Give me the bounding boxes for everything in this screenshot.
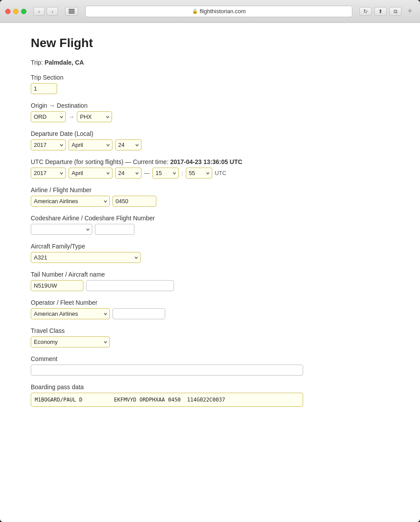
aircraft-family-label: Aircraft Family/Type	[31, 243, 389, 250]
utc-text: UTC	[215, 170, 227, 176]
trip-field: Trip: Palmdale, CA	[31, 59, 389, 66]
departure-day-select[interactable]: 1234 5678 9101112 13141516 17181920 2122…	[115, 139, 141, 150]
operator-row: American Airlines Delta Air Lines United…	[31, 308, 389, 319]
lock-icon: 🔒	[192, 8, 198, 14]
airline-flight-row: American Airlines Delta Air Lines United…	[31, 196, 389, 207]
nav-buttons: ‹ ›	[33, 7, 58, 16]
aircraft-name-input[interactable]	[86, 280, 174, 291]
destination-select[interactable]: PHX ORD LAX JFK	[77, 111, 112, 122]
aircraft-family-select[interactable]: A321 A320 B737 B777 B787	[31, 252, 141, 263]
utc-departure-row: 2015 2016 2017 2018 January February Mar…	[31, 168, 389, 179]
page-title: New Flight	[31, 36, 389, 50]
tail-number-input[interactable]	[31, 280, 83, 291]
traffic-lights	[5, 9, 26, 14]
tail-number-label: Tail Number / Aircraft name	[31, 271, 389, 278]
codeshare-field: Codeshare Airline / Codeshare Flight Num…	[31, 215, 389, 235]
tail-number-field: Tail Number / Aircraft name	[31, 271, 389, 291]
codeshare-flight-input[interactable]	[95, 224, 134, 235]
share-button[interactable]: ⬆	[374, 7, 387, 16]
comment-label: Comment	[31, 355, 389, 362]
travel-class-field: Travel Class Economy Premium Economy Bus…	[31, 327, 389, 347]
close-button[interactable]	[5, 9, 11, 14]
current-time-value: 2017-04-23 13:36:05 UTC	[170, 158, 242, 165]
codeshare-airline-select[interactable]: American Airlines Delta Air Lines United…	[31, 224, 92, 235]
reload-button[interactable]: ↻	[359, 7, 372, 16]
origin-destination-row: ORD PHX LAX JFK → PHX ORD LAX JFK	[31, 111, 389, 122]
departure-date-label: Departure Date (Local)	[31, 130, 389, 137]
utc-hour-select[interactable]: 0123 4567 891011 12131415 16171819 20212…	[152, 168, 179, 179]
trip-label-text: Trip:	[31, 59, 43, 66]
trip-value: Palmdale, CA	[44, 59, 83, 66]
toolbar-right: ↻ ⬆ ⧉	[359, 7, 402, 16]
boarding-pass-input[interactable]	[31, 393, 303, 407]
utc-year-select[interactable]: 2015 2016 2017 2018	[31, 168, 66, 179]
minimize-button[interactable]	[13, 9, 18, 14]
travel-class-label: Travel Class	[31, 327, 389, 334]
departure-year-select[interactable]: 2015 2016 2017 2018	[31, 139, 66, 150]
fleet-number-input[interactable]	[112, 308, 165, 319]
aircraft-family-field: Aircraft Family/Type A321 A320 B737 B777…	[31, 243, 389, 263]
departure-date-field: Departure Date (Local) 2015 2016 2017 20…	[31, 130, 389, 150]
departure-month-select[interactable]: January February March April May June Ju…	[69, 139, 112, 150]
trip-section-field: Trip Section	[31, 74, 389, 94]
operator-select[interactable]: American Airlines Delta Air Lines United…	[31, 308, 110, 319]
utc-day-select[interactable]: 1234 5678 9101112 13141516 17181920 2122…	[115, 168, 141, 179]
trip-section-label: Trip Section	[31, 74, 389, 81]
flight-number-input[interactable]	[112, 196, 156, 207]
arrow-icon: →	[69, 113, 74, 120]
url-text: flighthistorian.com	[200, 8, 246, 15]
view-button[interactable]	[65, 7, 78, 16]
utc-month-select[interactable]: January February March April May June Ju…	[69, 168, 112, 179]
departure-date-row: 2015 2016 2017 2018 January February Mar…	[31, 139, 389, 150]
comment-field: Comment	[31, 355, 389, 376]
airline-select[interactable]: American Airlines Delta Air Lines United…	[31, 196, 110, 207]
add-tab-button[interactable]: +	[405, 7, 415, 16]
operator-field: Operator / Fleet Number American Airline…	[31, 299, 389, 319]
colon-separator: :	[181, 170, 183, 176]
utc-minute-select[interactable]: 051015 20253035 40455055	[186, 168, 212, 179]
origin-destination-field: Origin → Destination ORD PHX LAX JFK → P…	[31, 102, 389, 122]
utc-departure-label: UTC Departure (for sorting flights) — Cu…	[31, 158, 389, 165]
forward-button[interactable]: ›	[47, 7, 58, 16]
boarding-pass-field: Boarding pass data	[31, 383, 389, 407]
browser-titlebar: ‹ › 🔒 flighthistorian.com ↻ ⬆ ⧉ +	[0, 0, 420, 23]
travel-class-select[interactable]: Economy Premium Economy Business First	[31, 336, 110, 347]
maximize-button[interactable]	[21, 9, 26, 14]
codeshare-label: Codeshare Airline / Codeshare Flight Num…	[31, 215, 389, 222]
svg-rect-0	[69, 9, 75, 10]
browser-window: ‹ › 🔒 flighthistorian.com ↻ ⬆ ⧉ + New Fl…	[0, 0, 420, 522]
back-button[interactable]: ‹	[33, 7, 45, 16]
tail-number-row	[31, 280, 389, 291]
dash-separator: —	[144, 170, 150, 176]
boarding-pass-label: Boarding pass data	[31, 383, 389, 391]
page-content: New Flight Trip: Palmdale, CA Trip Secti…	[0, 23, 420, 522]
comment-input[interactable]	[31, 365, 303, 376]
origin-destination-label: Origin → Destination	[31, 102, 389, 109]
airline-flight-label: Airline / Flight Number	[31, 186, 389, 193]
airline-flight-field: Airline / Flight Number American Airline…	[31, 186, 389, 207]
origin-select[interactable]: ORD PHX LAX JFK	[31, 111, 66, 122]
codeshare-row: American Airlines Delta Air Lines United…	[31, 224, 389, 235]
svg-rect-1	[69, 11, 75, 12]
operator-label: Operator / Fleet Number	[31, 299, 389, 306]
trip-section-input[interactable]	[31, 83, 57, 94]
svg-rect-2	[69, 12, 75, 14]
utc-departure-field: UTC Departure (for sorting flights) — Cu…	[31, 158, 389, 179]
address-bar[interactable]: 🔒 flighthistorian.com	[85, 6, 352, 17]
tabs-button[interactable]: ⧉	[389, 7, 402, 16]
